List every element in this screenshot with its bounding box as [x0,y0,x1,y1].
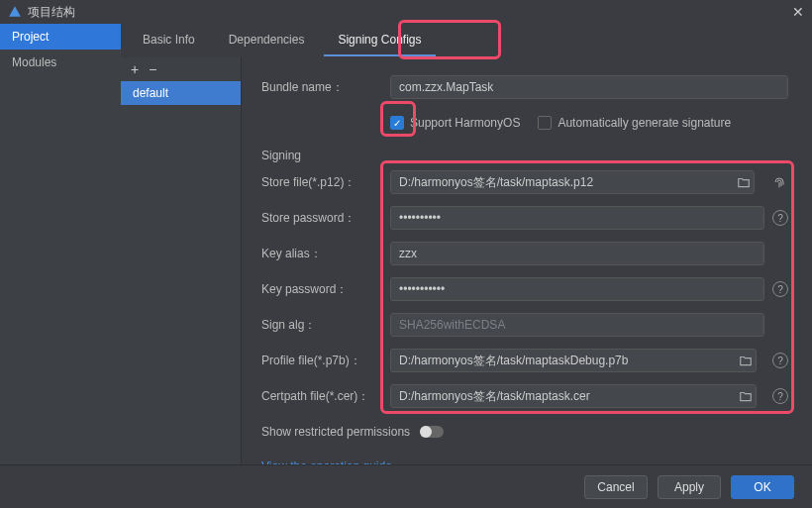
tabs: Basic Info Dependencies Signing Configs [121,24,812,57]
config-list: + − default [121,57,242,464]
profile-file-label: Profile file(*.p7b)： [261,353,390,369]
operation-guide-link[interactable]: View the operation guide [261,459,392,464]
profile-file-help-icon[interactable]: ? [772,353,788,368]
autogen-signature-checkbox[interactable] [538,116,552,130]
restricted-permissions-toggle[interactable] [420,426,444,438]
store-password-label: Store password： [261,210,390,227]
tab-basic-info[interactable]: Basic Info [129,25,209,56]
support-harmonyos-label: Support HarmonyOS [410,116,520,130]
support-harmonyos-checkbox[interactable]: ✓ [390,116,404,130]
signing-form: Bundle name： ✓ Support HarmonyOS Automat [242,57,812,464]
sign-alg-input[interactable] [390,313,764,337]
store-file-label: Store file(*.p12)： [261,174,390,191]
profile-file-input[interactable] [390,349,757,372]
nav-item-project[interactable]: Project [0,24,121,50]
key-password-help-icon[interactable]: ? [772,281,788,297]
key-alias-label: Key alias： [261,246,390,262]
certpath-file-input[interactable] [390,384,757,408]
add-config-button[interactable]: + [131,61,139,77]
certpath-file-help-icon[interactable]: ? [772,388,788,404]
bundle-name-label: Bundle name： [261,79,390,96]
signing-section-header: Signing [261,149,788,162]
nav-item-modules[interactable]: Modules [0,50,121,75]
tab-signing-configs[interactable]: Signing Configs [324,25,435,56]
store-file-browse-icon[interactable] [735,173,753,191]
store-password-help-icon[interactable]: ? [772,210,788,226]
remove-config-button[interactable]: − [149,61,156,77]
sign-alg-label: Sign alg： [261,317,390,334]
store-password-input[interactable] [390,206,764,230]
app-logo-icon [8,5,22,19]
certpath-file-browse-icon[interactable] [737,387,755,405]
titlebar: 项目结构 ✕ [0,0,812,24]
window-title: 项目结构 [28,4,75,21]
store-file-input[interactable] [390,170,755,194]
key-password-label: Key password： [261,281,390,298]
fingerprint-icon[interactable] [770,173,788,191]
bundle-name-input[interactable] [390,75,788,99]
cancel-button[interactable]: Cancel [584,475,648,499]
tab-dependencies[interactable]: Dependencies [215,25,319,56]
config-item-default[interactable]: default [121,81,241,105]
apply-button[interactable]: Apply [658,475,721,499]
dialog-footer: Cancel Apply OK [0,464,812,508]
key-alias-input[interactable] [390,242,764,265]
left-nav: Project Modules [0,24,121,464]
certpath-file-label: Certpath file(*.cer)： [261,388,390,405]
ok-button[interactable]: OK [731,475,794,499]
profile-file-browse-icon[interactable] [737,352,755,369]
key-password-input[interactable] [390,277,764,301]
close-icon[interactable]: ✕ [792,4,804,20]
autogen-signature-label: Automatically generate signature [558,116,731,130]
restricted-permissions-label: Show restricted permissions [261,425,410,439]
